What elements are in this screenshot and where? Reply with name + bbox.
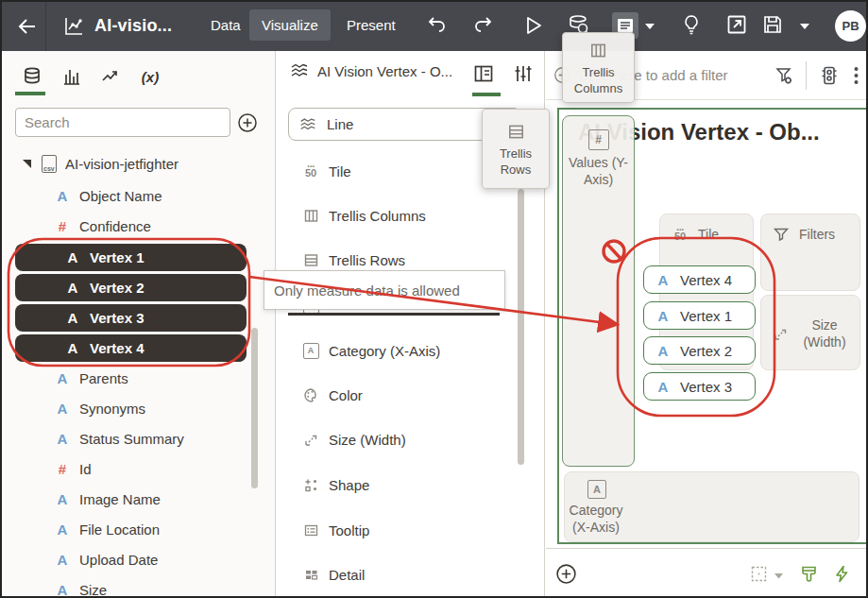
auto-apply-bolt-icon[interactable] [832,564,852,584]
text-attribute-icon: A [53,582,72,598]
filters-zone[interactable]: Filters [760,214,860,291]
scrollbar[interactable] [251,328,258,488]
kebab-menu-icon[interactable] [854,65,859,86]
field-row[interactable]: A Object Name [4,183,324,208]
tab-properties[interactable] [512,62,535,85]
text-attribute-icon: A [654,343,672,359]
notes-caret-icon[interactable] [644,23,655,30]
field-row[interactable]: A Image Name [4,487,324,511]
category-x-axis-zone[interactable]: A Category (X-Axis) [564,471,859,542]
export-icon[interactable] [725,13,748,36]
tab-visualizations[interactable] [58,62,86,91]
filter-options-icon[interactable] [774,65,794,86]
field-row[interactable]: # Id [4,456,324,481]
grammar-row-color[interactable]: Color [278,383,544,407]
field-row-selected[interactable]: A Vertex 3 [15,304,247,332]
text-attribute-icon: A [63,280,82,296]
canvas-layout-icon[interactable] [750,565,768,583]
field-row-selected[interactable]: A Vertex 1 [15,244,247,271]
text-attribute-icon: A [53,188,72,204]
auto-insights-icon[interactable] [818,64,841,87]
viz-title: AI Vision Vertex - O... [317,63,452,79]
search-input[interactable] [15,108,230,137]
redo-icon[interactable] [472,14,495,37]
save-icon[interactable] [761,13,784,36]
grammar-row-trellis-columns[interactable]: Trellis Columns [278,203,544,228]
field-row[interactable]: A Upload Date [4,547,324,572]
text-attribute-icon: A [63,340,82,356]
divider [806,61,807,90]
funnel-icon [773,226,790,243]
field-row-selected[interactable]: A Vertex 2 [15,274,247,301]
tab-data-elements[interactable] [18,62,46,91]
line-chart-icon [289,60,310,81]
grammar-row-size[interactable]: Size (Width) [278,427,544,452]
grammar-row-detail[interactable]: Detail [278,562,544,587]
workbook-chart-icon [62,15,85,38]
shape-icon [302,477,319,493]
tab-grammar[interactable] [472,62,495,85]
chip-vertex[interactable]: A Vertex 3 [643,372,756,401]
active-tab-underline [472,93,501,96]
number-attribute-icon: # [53,461,72,477]
insights-bulb-icon[interactable] [680,13,703,36]
text-attribute-icon: A [63,310,82,326]
drag-message-tooltip: Only measure data is allowed [264,270,505,310]
brush-style-icon[interactable] [799,564,819,584]
field-row[interactable]: # Confidence [4,214,324,238]
save-caret-icon[interactable] [799,23,810,30]
text-attribute-icon: A [53,431,72,447]
grammar-row-category[interactable]: A Category (X-Axis) [278,338,544,363]
grammar-row-trellis-rows[interactable]: Trellis Rows [278,248,544,272]
field-row[interactable]: A Parents [4,366,324,390]
scrollbar[interactable] [518,189,524,465]
drag-ghost-trellis-rows: Trellis Rows [482,109,550,189]
expand-caret-icon[interactable] [21,158,34,169]
tile-icon: 50 [302,164,319,178]
size-width-zone[interactable]: Size (Width) [760,295,860,370]
drag-ghost-trellis-columns: Trellis Columns [562,32,635,103]
active-tab-underline [15,92,45,95]
trellis-columns-icon [302,208,319,224]
visualization-canvas[interactable]: AI Vision Vertex - Ob... # Values (Y-Axi… [557,108,868,544]
tab-visualize[interactable]: Visualize [249,9,331,41]
tab-data[interactable]: Data [198,9,253,41]
field-row[interactable]: A File Location [4,517,324,541]
dataset-row[interactable]: csv AI-vision-jetfighter [4,151,275,176]
canvas-bottom-bar [546,548,868,598]
avatar[interactable]: PB [835,10,866,42]
layout-caret-icon[interactable] [774,572,784,580]
field-row[interactable]: A Size [4,577,324,598]
back-icon[interactable] [17,16,38,37]
add-canvas-button[interactable] [555,563,577,585]
toolbar-divider [45,2,46,51]
trellis-columns-icon [589,42,607,60]
text-attribute-icon: A [63,249,82,265]
text-attribute-icon: A [53,401,72,417]
field-row[interactable]: A Synonyms [4,396,324,420]
values-y-axis-zone[interactable]: # Values (Y-Axis) [562,115,635,467]
size-width-icon [302,432,319,448]
number-attribute-icon: # [53,218,72,234]
text-attribute-icon: A [53,491,72,507]
chip-vertex[interactable]: A Vertex 4 [643,265,756,294]
chip-vertex[interactable]: A Vertex 1 [643,301,756,330]
field-row-selected[interactable]: A Vertex 4 [15,334,247,362]
top-toolbar: AI-visio... Data Visualize Present [2,2,866,51]
tooltip-icon [302,522,319,538]
chart-type-value: Line [327,116,353,132]
size-width-icon [773,326,789,342]
tab-analytics[interactable] [96,62,125,91]
grammar-row-shape[interactable]: Shape [278,472,544,497]
field-row[interactable]: A Status Summary [4,426,324,451]
letter-a-box-icon: A [587,480,859,499]
text-attribute-icon: A [53,370,72,386]
undo-icon[interactable] [425,14,448,37]
text-attribute-icon: A [654,308,672,324]
tab-expressions[interactable]: (x) [136,62,164,91]
grammar-row-tooltip[interactable]: Tooltip [278,518,544,542]
add-dataset-button[interactable] [236,111,259,134]
tab-present[interactable]: Present [334,9,408,41]
chip-vertex[interactable]: A Vertex 2 [643,336,756,365]
preview-play-icon[interactable] [521,14,544,37]
